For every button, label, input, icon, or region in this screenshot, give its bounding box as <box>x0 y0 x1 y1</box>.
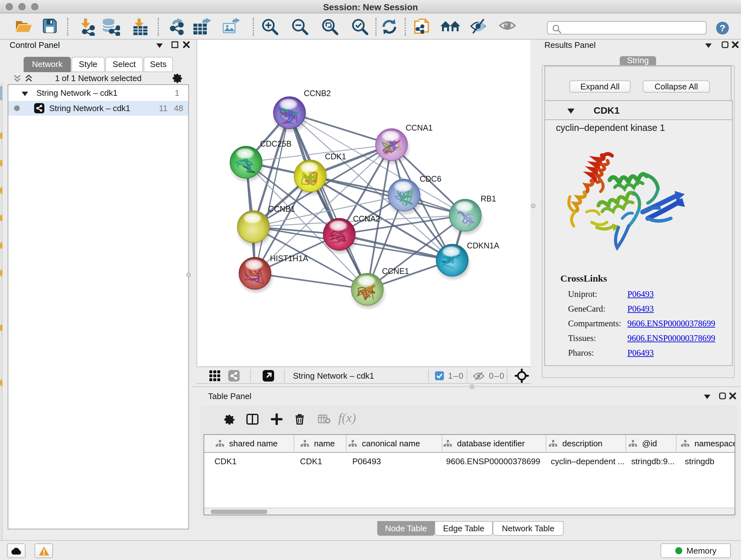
svg-text:CDC25B: CDC25B <box>260 139 292 148</box>
svg-text:CCNA1: CCNA1 <box>406 123 433 132</box>
svg-text:CCNE1: CCNE1 <box>382 266 409 275</box>
svg-text:HIST1H1A: HIST1H1A <box>270 254 308 263</box>
svg-text:CCNA2: CCNA2 <box>353 214 380 223</box>
svg-text:CCNB1: CCNB1 <box>268 204 295 213</box>
svg-text:RB1: RB1 <box>481 194 496 203</box>
svg-text:CDC6: CDC6 <box>420 174 441 183</box>
svg-text:CDKN1A: CDKN1A <box>467 241 499 250</box>
svg-text:CCNB2: CCNB2 <box>304 89 331 98</box>
svg-text:CDK1: CDK1 <box>325 152 346 161</box>
